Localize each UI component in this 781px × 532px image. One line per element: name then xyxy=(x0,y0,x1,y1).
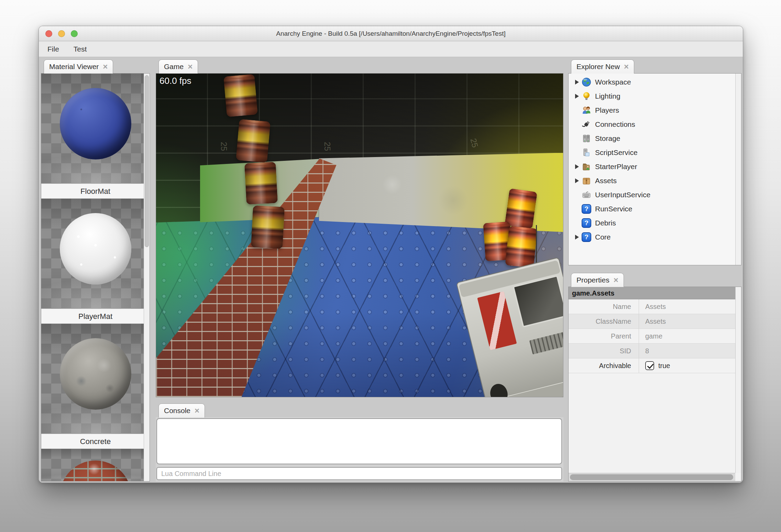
property-row-sid: SID 8 xyxy=(569,344,741,358)
tab-material-viewer-close-icon[interactable]: × xyxy=(103,63,108,71)
tab-material-viewer-label: Material Viewer xyxy=(49,63,99,71)
tree-item-players[interactable]: Players xyxy=(569,103,735,117)
archivable-checkbox[interactable] xyxy=(645,361,654,370)
properties-vscrollbar-track[interactable] xyxy=(735,287,741,473)
tab-game-close-icon[interactable]: × xyxy=(188,63,192,71)
property-row-classname: ClassName Assets xyxy=(569,314,741,329)
material-label: PlayerMat xyxy=(41,309,150,324)
question-badge-icon: ? xyxy=(582,204,591,214)
console-tabbar: Console × xyxy=(156,403,563,417)
plug-icon xyxy=(582,120,591,129)
keyboard-icon xyxy=(582,190,591,200)
tree-item-label: Connections xyxy=(595,120,635,129)
tree-item-assets[interactable]: Assets xyxy=(569,174,735,188)
zoom-window-button[interactable] xyxy=(71,30,78,37)
explorer-panel: Explorer New × Workspace xyxy=(568,59,741,265)
property-label: ClassName xyxy=(569,314,639,329)
explorer-tabbar: Explorer New × xyxy=(568,59,741,73)
package-icon xyxy=(582,176,591,186)
properties-object-header: game.Assets xyxy=(569,287,741,299)
property-value[interactable]: Assets xyxy=(639,303,741,311)
tab-material-viewer[interactable]: Material Viewer × xyxy=(44,59,113,74)
menu-bar: File Test xyxy=(39,41,743,57)
properties-hscrollbar-handle[interactable] xyxy=(570,474,733,480)
tree-item-label: ScriptService xyxy=(595,148,638,157)
material-thumb-brick[interactable] xyxy=(41,449,150,481)
property-value[interactable]: Assets xyxy=(639,318,741,325)
property-row-parent: Parent game xyxy=(569,329,741,344)
barrel xyxy=(236,119,271,163)
workspace: Material Viewer × FloorMat PlayerMat xyxy=(39,57,743,483)
tab-console-close-icon[interactable]: × xyxy=(195,407,199,415)
material-scrollbar-handle[interactable] xyxy=(145,75,149,247)
properties-tabbar: Properties × xyxy=(568,272,741,287)
tab-game-label: Game xyxy=(164,63,184,71)
storage-icon xyxy=(582,134,591,143)
property-label: SID xyxy=(569,344,639,358)
tree-item-scriptservice[interactable]: ScriptService xyxy=(569,145,735,159)
menu-file[interactable]: File xyxy=(47,45,59,53)
tree-item-label: Core xyxy=(595,233,611,241)
tab-explorer-new[interactable]: Explorer New × xyxy=(571,59,634,74)
explorer-scrollbar-track[interactable] xyxy=(735,74,741,265)
tree-item-debris[interactable]: ? Debris xyxy=(569,216,735,230)
playermat-sphere xyxy=(60,213,131,285)
explorer-tree: Workspace Lighting xyxy=(569,74,735,265)
tree-item-core[interactable]: ? Core xyxy=(569,230,735,244)
expand-arrow-icon[interactable] xyxy=(575,80,579,85)
floormat-sphere xyxy=(60,88,131,159)
tree-item-lighting[interactable]: Lighting xyxy=(569,89,735,103)
tree-item-storage[interactable]: Storage xyxy=(569,131,735,145)
tab-console[interactable]: Console × xyxy=(158,403,205,418)
material-viewer-panel: Material Viewer × FloorMat PlayerMat xyxy=(41,59,150,481)
lightbulb-icon xyxy=(582,91,591,101)
brick-sphere xyxy=(60,461,131,481)
property-label: Parent xyxy=(569,329,639,343)
tab-console-label: Console xyxy=(164,407,190,415)
expand-arrow-icon[interactable] xyxy=(575,164,579,169)
tree-item-userinputservice[interactable]: UserInputService xyxy=(569,188,735,202)
lua-command-input[interactable] xyxy=(156,467,562,480)
tab-explorer-new-label: Explorer New xyxy=(576,63,620,71)
properties-hscrollbar-track[interactable] xyxy=(569,473,735,481)
question-badge-icon: ? xyxy=(582,218,591,228)
tab-properties-label: Properties xyxy=(576,276,609,284)
game-viewport[interactable]: 25 25 25 xyxy=(156,73,563,397)
menu-test[interactable]: Test xyxy=(74,45,87,53)
property-row-archivable: Archivable true xyxy=(569,358,741,373)
material-list: FloorMat PlayerMat Concrete xyxy=(41,73,150,481)
expand-arrow-icon[interactable] xyxy=(575,235,579,240)
minimize-window-button[interactable] xyxy=(58,30,65,37)
tree-item-connections[interactable]: Connections xyxy=(569,117,735,131)
archivable-value-text: true xyxy=(658,362,670,370)
material-thumb-concrete[interactable] xyxy=(41,324,150,434)
barrel xyxy=(504,188,537,229)
property-value[interactable]: 8 xyxy=(639,347,741,355)
properties-panel: Properties × game.Assets Name Assets Cla… xyxy=(568,272,741,481)
concrete-sphere xyxy=(60,338,131,410)
material-thumb-floormat[interactable] xyxy=(41,74,150,184)
tab-explorer-new-close-icon[interactable]: × xyxy=(624,63,629,71)
tree-item-starterplayer[interactable]: StarterPlayer xyxy=(569,159,735,174)
property-value[interactable]: game xyxy=(639,332,741,340)
material-scrollbar-track[interactable] xyxy=(144,74,150,481)
tree-item-label: Workspace xyxy=(595,78,631,86)
tab-properties[interactable]: Properties × xyxy=(571,273,624,287)
tree-item-workspace[interactable]: Workspace xyxy=(569,75,735,89)
expand-arrow-icon[interactable] xyxy=(575,94,579,99)
property-row-name: Name Assets xyxy=(569,299,741,314)
material-label: Concrete xyxy=(41,434,150,449)
material-thumb-playermat[interactable] xyxy=(41,199,150,309)
tree-item-label: RunService xyxy=(595,205,632,213)
expand-arrow-icon[interactable] xyxy=(575,178,579,183)
barrel xyxy=(505,226,537,268)
title-bar[interactable]: Anarchy Engine - Build 0.5a [/Users/aham… xyxy=(39,26,743,41)
barrel xyxy=(223,74,258,117)
console-output xyxy=(156,418,562,464)
tree-item-label: Debris xyxy=(595,219,616,227)
tree-item-label: Storage xyxy=(595,134,620,143)
tab-game[interactable]: Game × xyxy=(158,59,198,74)
tree-item-runservice[interactable]: ? RunService xyxy=(569,202,735,216)
tab-properties-close-icon[interactable]: × xyxy=(614,276,618,284)
close-window-button[interactable] xyxy=(45,30,52,37)
